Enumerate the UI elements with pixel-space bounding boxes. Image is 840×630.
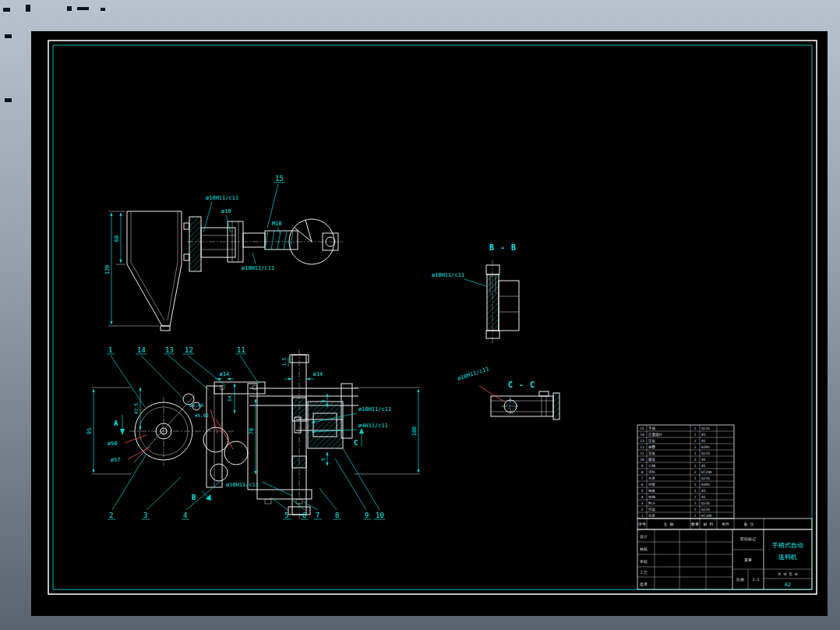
bom-cell: 1	[694, 476, 697, 480]
svg-text:8: 8	[335, 511, 339, 519]
bom-cell: Q235	[701, 508, 710, 511]
balloon-3: 3	[142, 477, 181, 519]
drawing-canvas[interactable]: 120 60 ø10H11/c11 ø18 M10 ø10H11/c11 15 …	[31, 31, 828, 616]
field-sheets: 共 张 第 张	[778, 572, 799, 576]
dim-5-top: 5	[320, 399, 326, 402]
border-artifact	[101, 8, 105, 11]
dim-95: 95	[86, 428, 93, 434]
roller	[224, 441, 248, 465]
bom-cell: 垫圈	[648, 445, 655, 449]
view-side-hopper-clamp: 120 60 ø10H11/c11 ø18 M10 ø10H11/c11 15	[104, 175, 343, 331]
bom-cell: Q235	[701, 451, 710, 455]
balloon-1: 1	[107, 346, 145, 407]
bolt	[184, 254, 189, 260]
bom-cell: 1	[694, 489, 697, 493]
field-scale-value: 1:1	[752, 577, 759, 582]
bolt-nut	[486, 331, 499, 338]
dim-d4h11: ø4H11/c11	[358, 423, 388, 429]
svg-text:7: 7	[316, 511, 319, 519]
section-arrow-a: A	[114, 415, 125, 435]
bom-col-unit: 单件	[722, 522, 729, 526]
balloon-10: 10	[343, 448, 385, 519]
bom-cell: 4	[641, 495, 644, 499]
bom-cell: 65Mn	[701, 445, 710, 449]
dim-d10h11: ø10H11/c11	[226, 482, 259, 488]
balloon-8: 8	[319, 488, 341, 519]
bom-cell: 13	[640, 439, 644, 443]
bom-cell: 45	[701, 458, 706, 462]
hopper-wall	[168, 211, 178, 320]
balloon-5: 5	[271, 497, 291, 519]
dim-d6-40: ø6.40	[189, 402, 203, 408]
svg-text:1: 1	[108, 346, 112, 354]
section-flange	[499, 281, 519, 331]
border-artifact	[5, 98, 12, 102]
bom-cell: 1	[694, 501, 697, 505]
bom-cell: 1	[694, 439, 697, 443]
nut	[539, 391, 549, 396]
view-main-assembly: A B C 95 47.5 ø50 ø57	[86, 346, 420, 521]
bom-cell: 机座	[648, 514, 656, 518]
bom-cell: 1	[694, 451, 697, 455]
roller	[210, 464, 228, 481]
bom-cell: 45	[701, 433, 706, 437]
bom-cell: 8	[641, 470, 644, 474]
bom-col-material: 材 料	[702, 522, 713, 527]
section-bb-label: B - B	[489, 243, 517, 252]
bolt	[252, 385, 257, 390]
hopper-wall	[131, 211, 164, 320]
bom-cell: 15	[640, 426, 644, 430]
border-artifact	[67, 6, 72, 11]
bom-cell: 45	[701, 495, 706, 499]
border-artifact	[5, 34, 12, 38]
hopper-outline	[127, 211, 182, 326]
bom-cell: 1	[694, 514, 697, 518]
dim-d18: ø18	[221, 208, 231, 214]
bom-cell: 1	[694, 495, 697, 499]
border-artifact	[26, 5, 30, 12]
bom-cell: 2	[694, 470, 697, 474]
dim-45-92: 45.92	[195, 412, 209, 418]
svg-text:C: C	[354, 439, 358, 447]
bom-cell: 压紧螺杆	[648, 432, 663, 437]
svg-text:2: 2	[109, 511, 113, 519]
field-design: 设计	[639, 534, 648, 539]
bom-cell: 2	[694, 458, 697, 462]
field-weight: 重量	[744, 557, 752, 562]
bom-cell: 料斗	[648, 501, 656, 505]
bolt-head	[486, 265, 499, 274]
dim-d50: ø50	[108, 441, 118, 447]
title-block: 15手柄1Q23514压紧螺杆14513压板14512垫圈265Mn11导板1Q…	[637, 425, 812, 589]
bom-cell: 弹簧	[648, 482, 656, 487]
bom-cell: Q235	[701, 501, 710, 505]
drawing-title-line1: 手柄式自动	[771, 542, 803, 549]
svg-text:12: 12	[185, 346, 193, 354]
bom-cell: 9	[641, 464, 644, 468]
bom-cell: 1	[694, 483, 697, 487]
svg-text:9: 9	[365, 511, 369, 519]
svg-text:14: 14	[137, 346, 146, 354]
bom-cell: 7	[641, 476, 644, 480]
section-arrow-b: B	[192, 490, 211, 501]
sheet-border-inner	[53, 45, 812, 589]
dim-64: 64	[227, 395, 232, 402]
bom-cell: 轴套	[648, 489, 656, 493]
svg-text:4: 4	[183, 511, 187, 519]
bom-cell: 45	[701, 464, 706, 468]
bom-cell: 手柄	[648, 426, 656, 431]
bom-cell: 1	[694, 426, 697, 430]
svg-text:B: B	[192, 494, 196, 501]
svg-text:5: 5	[284, 511, 288, 519]
bom-cell: 螺母	[648, 457, 656, 462]
bom-cell: 1	[694, 464, 697, 468]
bom-cell: Q235	[701, 476, 710, 480]
balloon-11: 11	[235, 346, 259, 384]
bom-cell: 2	[694, 445, 697, 449]
bom-cell: HT200	[701, 514, 712, 518]
bom-cell: 10	[640, 458, 644, 462]
dim-70: 70	[249, 428, 255, 434]
dim-d10h11: ø10H11/c11	[206, 195, 238, 201]
bom-col-remark: 备 注	[743, 522, 754, 526]
dim-1-5: 1.5	[281, 357, 287, 366]
bom-cell: 65Mn	[701, 483, 710, 487]
